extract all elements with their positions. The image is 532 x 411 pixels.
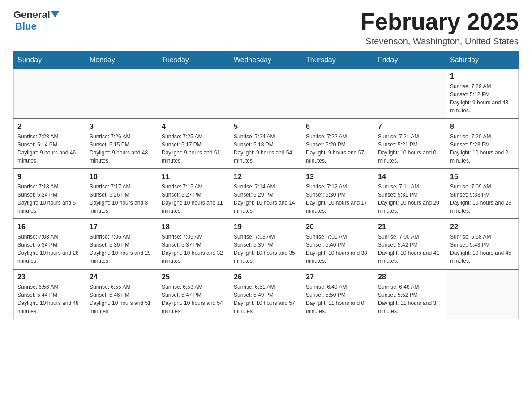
title-area: February 2025 Stevenson, Washington, Uni… xyxy=(360,9,519,47)
calendar-cell: 22Sunrise: 6:58 AMSunset: 5:43 PMDayligh… xyxy=(446,219,519,269)
calendar-cell: 20Sunrise: 7:01 AMSunset: 5:40 PMDayligh… xyxy=(302,219,374,269)
calendar-body: 1Sunrise: 7:29 AMSunset: 5:12 PMDaylight… xyxy=(14,69,519,319)
day-info: Sunrise: 6:51 AMSunset: 5:49 PMDaylight:… xyxy=(234,283,298,315)
day-number: 18 xyxy=(162,223,226,231)
calendar-week-row: 1Sunrise: 7:29 AMSunset: 5:12 PMDaylight… xyxy=(14,69,519,119)
calendar-cell: 4Sunrise: 7:25 AMSunset: 5:17 PMDaylight… xyxy=(158,119,230,169)
calendar-header: SundayMondayTuesdayWednesdayThursdayFrid… xyxy=(14,51,519,69)
day-of-week-header: Wednesday xyxy=(230,51,302,69)
day-number: 7 xyxy=(378,123,442,131)
logo-triangle-icon xyxy=(51,11,59,17)
day-number: 5 xyxy=(234,123,298,131)
day-of-week-header: Thursday xyxy=(302,51,374,69)
day-info: Sunrise: 7:05 AMSunset: 5:37 PMDaylight:… xyxy=(162,233,226,265)
calendar-week-row: 2Sunrise: 7:28 AMSunset: 5:14 PMDaylight… xyxy=(14,119,519,169)
day-number: 13 xyxy=(306,173,370,181)
calendar-cell: 5Sunrise: 7:24 AMSunset: 5:18 PMDaylight… xyxy=(230,119,302,169)
calendar-cell: 12Sunrise: 7:14 AMSunset: 5:29 PMDayligh… xyxy=(230,169,302,219)
calendar-cell: 18Sunrise: 7:05 AMSunset: 5:37 PMDayligh… xyxy=(158,219,230,269)
day-info: Sunrise: 7:15 AMSunset: 5:27 PMDaylight:… xyxy=(162,183,226,215)
calendar-cell: 2Sunrise: 7:28 AMSunset: 5:14 PMDaylight… xyxy=(14,119,86,169)
day-info: Sunrise: 7:08 AMSunset: 5:34 PMDaylight:… xyxy=(17,233,82,265)
day-number: 19 xyxy=(234,223,298,231)
calendar-cell xyxy=(230,69,302,119)
calendar-cell: 24Sunrise: 6:55 AMSunset: 5:46 PMDayligh… xyxy=(86,269,158,319)
calendar-cell xyxy=(374,69,446,119)
day-info: Sunrise: 7:17 AMSunset: 5:26 PMDaylight:… xyxy=(90,183,154,215)
calendar-cell: 10Sunrise: 7:17 AMSunset: 5:26 PMDayligh… xyxy=(86,169,158,219)
day-of-week-header: Sunday xyxy=(14,51,86,69)
day-number: 21 xyxy=(378,223,442,231)
day-of-week-header: Saturday xyxy=(446,51,519,69)
day-number: 3 xyxy=(90,123,154,131)
day-of-week-header: Tuesday xyxy=(158,51,230,69)
logo-blue-text: Blue xyxy=(15,21,37,32)
day-info: Sunrise: 7:09 AMSunset: 5:33 PMDaylight:… xyxy=(450,183,515,215)
day-number: 23 xyxy=(17,273,82,281)
day-number: 20 xyxy=(306,223,370,231)
calendar-cell: 26Sunrise: 6:51 AMSunset: 5:49 PMDayligh… xyxy=(230,269,302,319)
logo-area: General Blue xyxy=(13,9,59,32)
day-info: Sunrise: 7:14 AMSunset: 5:29 PMDaylight:… xyxy=(234,183,298,215)
day-number: 1 xyxy=(450,73,515,81)
day-number: 16 xyxy=(17,223,82,231)
calendar-week-row: 9Sunrise: 7:18 AMSunset: 5:24 PMDaylight… xyxy=(14,169,519,219)
day-info: Sunrise: 6:58 AMSunset: 5:43 PMDaylight:… xyxy=(450,233,515,265)
calendar-cell: 19Sunrise: 7:03 AMSunset: 5:39 PMDayligh… xyxy=(230,219,302,269)
calendar-table: SundayMondayTuesdayWednesdayThursdayFrid… xyxy=(13,51,519,319)
day-number: 10 xyxy=(90,173,154,181)
calendar-cell: 27Sunrise: 6:49 AMSunset: 5:50 PMDayligh… xyxy=(302,269,374,319)
day-info: Sunrise: 7:00 AMSunset: 5:42 PMDaylight:… xyxy=(378,233,442,265)
day-info: Sunrise: 6:48 AMSunset: 5:52 PMDaylight:… xyxy=(378,283,442,315)
page-header: General Blue February 2025 Stevenson, Wa… xyxy=(13,9,519,47)
calendar-cell: 17Sunrise: 7:06 AMSunset: 5:36 PMDayligh… xyxy=(86,219,158,269)
logo-general-text: General xyxy=(13,9,59,20)
day-info: Sunrise: 7:26 AMSunset: 5:15 PMDaylight:… xyxy=(90,133,154,165)
calendar-cell: 11Sunrise: 7:15 AMSunset: 5:27 PMDayligh… xyxy=(158,169,230,219)
calendar-week-row: 16Sunrise: 7:08 AMSunset: 5:34 PMDayligh… xyxy=(14,219,519,269)
calendar-cell xyxy=(14,69,86,119)
day-number: 14 xyxy=(378,173,442,181)
calendar-cell: 15Sunrise: 7:09 AMSunset: 5:33 PMDayligh… xyxy=(446,169,519,219)
calendar-cell: 8Sunrise: 7:20 AMSunset: 5:23 PMDaylight… xyxy=(446,119,519,169)
calendar-cell xyxy=(446,269,519,319)
day-info: Sunrise: 7:29 AMSunset: 5:12 PMDaylight:… xyxy=(450,82,515,115)
calendar-cell: 1Sunrise: 7:29 AMSunset: 5:12 PMDaylight… xyxy=(446,69,519,119)
day-number: 2 xyxy=(17,123,82,131)
day-info: Sunrise: 7:25 AMSunset: 5:17 PMDaylight:… xyxy=(162,133,226,165)
day-info: Sunrise: 6:56 AMSunset: 5:44 PMDaylight:… xyxy=(17,283,82,315)
day-number: 27 xyxy=(306,273,370,281)
day-number: 24 xyxy=(90,273,154,281)
calendar-cell xyxy=(86,69,158,119)
calendar-cell: 6Sunrise: 7:22 AMSunset: 5:20 PMDaylight… xyxy=(302,119,374,169)
calendar-cell: 9Sunrise: 7:18 AMSunset: 5:24 PMDaylight… xyxy=(14,169,86,219)
location-subtitle: Stevenson, Washington, United States xyxy=(360,36,519,47)
day-info: Sunrise: 7:18 AMSunset: 5:24 PMDaylight:… xyxy=(17,183,82,215)
calendar-header-row: SundayMondayTuesdayWednesdayThursdayFrid… xyxy=(14,51,519,69)
day-number: 8 xyxy=(450,123,515,131)
day-number: 15 xyxy=(450,173,515,181)
day-info: Sunrise: 7:11 AMSunset: 5:31 PMDaylight:… xyxy=(378,183,442,215)
calendar-cell: 28Sunrise: 6:48 AMSunset: 5:52 PMDayligh… xyxy=(374,269,446,319)
calendar-cell: 3Sunrise: 7:26 AMSunset: 5:15 PMDaylight… xyxy=(86,119,158,169)
calendar-cell: 14Sunrise: 7:11 AMSunset: 5:31 PMDayligh… xyxy=(374,169,446,219)
day-info: Sunrise: 7:28 AMSunset: 5:14 PMDaylight:… xyxy=(17,133,82,165)
day-number: 9 xyxy=(17,173,82,181)
day-number: 26 xyxy=(234,273,298,281)
day-number: 25 xyxy=(162,273,226,281)
calendar-cell: 13Sunrise: 7:12 AMSunset: 5:30 PMDayligh… xyxy=(302,169,374,219)
month-title: February 2025 xyxy=(360,9,519,34)
calendar-cell: 25Sunrise: 6:53 AMSunset: 5:47 PMDayligh… xyxy=(158,269,230,319)
day-info: Sunrise: 6:55 AMSunset: 5:46 PMDaylight:… xyxy=(90,283,154,315)
day-info: Sunrise: 7:21 AMSunset: 5:21 PMDaylight:… xyxy=(378,133,442,165)
calendar-cell xyxy=(158,69,230,119)
day-info: Sunrise: 7:06 AMSunset: 5:36 PMDaylight:… xyxy=(90,233,154,265)
day-info: Sunrise: 7:24 AMSunset: 5:18 PMDaylight:… xyxy=(234,133,298,165)
day-info: Sunrise: 6:53 AMSunset: 5:47 PMDaylight:… xyxy=(162,283,226,315)
calendar-cell: 23Sunrise: 6:56 AMSunset: 5:44 PMDayligh… xyxy=(14,269,86,319)
day-info: Sunrise: 7:03 AMSunset: 5:39 PMDaylight:… xyxy=(234,233,298,265)
calendar-cell: 7Sunrise: 7:21 AMSunset: 5:21 PMDaylight… xyxy=(374,119,446,169)
day-number: 4 xyxy=(162,123,226,131)
day-number: 11 xyxy=(162,173,226,181)
calendar-week-row: 23Sunrise: 6:56 AMSunset: 5:44 PMDayligh… xyxy=(14,269,519,319)
